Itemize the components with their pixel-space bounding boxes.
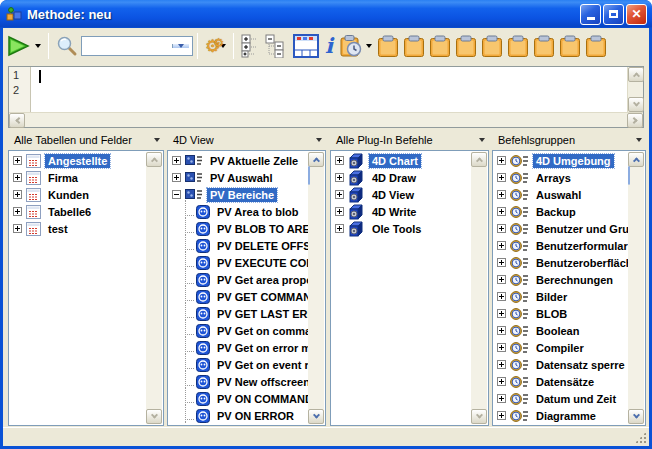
run-method-button[interactable] [3,31,44,61]
tree-item[interactable]: Boolean [494,322,628,339]
chevron-down-icon[interactable] [479,138,485,142]
panel-header-tables[interactable]: Alle Tabellen und Felder [8,130,164,150]
tree-item[interactable]: Diagramme [494,407,628,424]
clipboard-button-9[interactable] [583,31,609,61]
expand-box-icon[interactable] [335,190,344,199]
tree-item[interactable]: Benutzerformular [494,237,628,254]
expand-box-icon[interactable] [497,377,506,386]
expand-box-icon[interactable] [13,156,22,165]
panel-header-4d-view[interactable]: 4D View [167,130,326,150]
tree-item[interactable]: 4D View [332,186,471,203]
tree-item[interactable]: Datensatz sperre [494,356,628,373]
scrollbar-track[interactable] [628,167,644,409]
clipboard-button-4[interactable] [453,31,479,61]
expand-box-icon[interactable] [172,156,181,165]
chevron-down-icon[interactable] [154,138,160,142]
expand-box-icon[interactable] [13,173,22,182]
collapse-box-icon[interactable] [172,190,181,199]
tree-item[interactable]: BLOB [494,305,628,322]
editor-vertical-scrollbar[interactable] [627,67,643,112]
macros-button[interactable]: ⚙⚙ [202,31,229,61]
resize-grip[interactable] [634,431,647,444]
expand-box-icon[interactable] [497,394,506,403]
expand-box-icon[interactable] [497,156,506,165]
tree-item[interactable]: PV Auswahl [169,169,308,186]
collapse-all-button[interactable] [262,31,290,61]
expand-all-button[interactable] [238,31,262,61]
editor-horizontal-scrollbar[interactable] [9,112,643,127]
expand-box-icon[interactable] [335,207,344,216]
expand-box-icon[interactable] [335,156,344,165]
clipboard-button-2[interactable] [401,31,427,61]
tree-item[interactable]: test [10,220,146,237]
panel-vertical-scrollbar[interactable] [628,152,644,424]
title-bar[interactable]: Methode: neu ✕ [0,0,652,28]
clipboard-history-button[interactable] [336,31,375,61]
search-input[interactable] [85,38,172,54]
search-button[interactable] [53,31,81,61]
clipboard-dropdown-caret[interactable] [366,44,372,48]
tree-item[interactable]: PV Aktuelle Zelle [169,152,308,169]
tree-item[interactable]: Benutzeroberfläch [494,254,628,271]
expand-box-icon[interactable] [13,207,22,216]
clipboard-button-3[interactable] [427,31,453,61]
expand-box-icon[interactable] [497,360,506,369]
panel-vertical-scrollbar[interactable] [308,152,324,424]
clipboard-button-6[interactable] [505,31,531,61]
expand-box-icon[interactable] [335,224,344,233]
expand-box-icon[interactable] [497,190,506,199]
scroll-down-button[interactable] [628,409,644,424]
tree-item[interactable]: Bilder [494,288,628,305]
tree-item[interactable]: 4D Write [332,203,471,220]
scrollbar-thumb[interactable] [628,166,630,185]
scroll-up-button[interactable] [628,152,644,167]
expand-box-icon[interactable] [497,241,506,250]
maximize-button[interactable] [603,4,624,25]
tree-item[interactable]: Backup [494,203,628,220]
expand-box-icon[interactable] [497,411,506,420]
scroll-down-button[interactable] [471,409,487,424]
expand-box-icon[interactable] [497,207,506,216]
macros-dropdown-caret[interactable] [220,44,226,48]
panel-vertical-scrollbar[interactable] [471,152,487,424]
info-button[interactable]: i [322,31,336,61]
clipboard-button-5[interactable] [479,31,505,61]
expand-box-icon[interactable] [497,258,506,267]
table-view-button[interactable] [290,31,322,61]
tree-item[interactable]: Firma [10,169,146,186]
expand-box-icon[interactable] [497,173,506,182]
scroll-down-button[interactable] [146,409,162,424]
clipboard-button-1[interactable] [375,31,401,61]
scrollbar-thumb[interactable] [308,166,310,185]
tree-item[interactable]: Arrays [494,169,628,186]
chevron-down-icon[interactable] [316,138,322,142]
expand-box-icon[interactable] [497,275,506,284]
search-combobox[interactable] [81,36,193,56]
scroll-up-button[interactable] [146,152,162,167]
scrollbar-track[interactable] [628,82,643,97]
expand-box-icon[interactable] [497,343,506,352]
scrollbar-track[interactable] [308,167,324,409]
chevron-down-icon[interactable] [636,138,642,142]
expand-box-icon[interactable] [497,224,506,233]
expand-box-icon[interactable] [172,173,181,182]
scrollbar-track[interactable] [146,167,162,409]
minimize-button[interactable] [580,4,601,25]
tree-item[interactable]: Datensätze [494,373,628,390]
clipboard-button-7[interactable] [531,31,557,61]
run-dropdown-caret[interactable] [35,44,41,48]
scrollbar-track[interactable] [25,113,627,127]
expand-box-icon[interactable] [13,224,22,233]
scroll-left-button[interactable] [9,113,25,128]
scroll-down-button[interactable] [308,409,324,424]
tree-item[interactable]: Datum und Zeit [494,390,628,407]
expand-box-icon[interactable] [497,326,506,335]
tree-item[interactable]: Angestellte [10,152,146,169]
expand-box-icon[interactable] [497,292,506,301]
scrollbar-track[interactable] [471,167,487,409]
expand-box-icon[interactable] [13,190,22,199]
panel-header-plugins[interactable]: Alle Plug-In Befehle [330,130,489,150]
tree-item[interactable]: Berechnungen [494,271,628,288]
panel-vertical-scrollbar[interactable] [146,152,162,424]
scroll-down-button[interactable] [628,97,644,112]
